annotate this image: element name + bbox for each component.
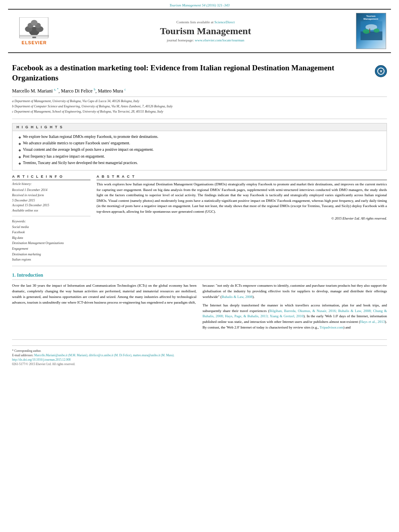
journal-header: ELSEVIER Contents lists available at Sci… xyxy=(8,9,391,53)
highlights-section: H I G H L I G H T S ◆ We explore how Ita… xyxy=(12,123,387,170)
crossmark-icon: ✕ xyxy=(377,68,385,75)
elsevier-tree-icon xyxy=(18,17,50,39)
top-citation: Tourism Management 54 (2016) 321–343 xyxy=(0,0,399,9)
issn-line: 0261-5177/© 2015 Elsevier Ltd. All right… xyxy=(12,362,387,366)
authors-line: Marcello M. Mariani a, *, Marco Di Felic… xyxy=(12,88,387,94)
homepage-link[interactable]: www.elsevier.com/locate/tourman xyxy=(195,38,244,42)
highlight-item-1: ◆ We explore how Italian regional DMOs e… xyxy=(19,134,380,140)
divider-2 xyxy=(12,266,387,266)
affiliation-b: b Department of Computer Science and Eng… xyxy=(12,104,387,109)
history-received: Received 1 December 2014 xyxy=(12,188,90,193)
keyword-3: Big data xyxy=(12,235,90,241)
footer-divider xyxy=(12,345,387,346)
svg-point-12 xyxy=(363,29,370,34)
intro-col2-para1: because: "not only do ICTs empower consu… xyxy=(203,283,387,300)
email-line: E-mail addresses: Marcello.Mariani@unibo… xyxy=(12,353,387,357)
history-online: Available online xxx xyxy=(12,208,90,214)
highlights-list: ◆ We explore how Italian regional DMOs e… xyxy=(12,131,387,170)
keyword-5: Engagement xyxy=(12,246,90,252)
article-info-col: A R T I C L E I N F O Article history: R… xyxy=(12,175,90,263)
keyword-1: Social media xyxy=(12,224,90,230)
affiliation-c: c Department of Management, School of En… xyxy=(12,109,387,115)
sciencedirect-link[interactable]: ScienceDirect xyxy=(214,20,234,24)
journal-cover-image: TourismManagement xyxy=(355,13,387,49)
page-footer: * Corresponding author. E-mail addresses… xyxy=(12,339,387,366)
keywords-section: Keywords: Social media Facebook Big data… xyxy=(12,219,90,263)
keyword-4: Destination Management Organizations xyxy=(12,240,90,246)
section-1-title: 1. Introduction xyxy=(12,272,387,280)
introduction-section: 1. Introduction Over the last 30 years t… xyxy=(12,272,387,334)
contents-line: Contents lists available at ScienceDirec… xyxy=(56,20,355,24)
elsevier-label: ELSEVIER xyxy=(22,40,47,45)
two-col-section: A R T I C L E I N F O Article history: R… xyxy=(12,175,387,263)
homepage-line: journal homepage: www.elsevier.com/locat… xyxy=(56,38,355,42)
highlight-item-2: ◆ We advance available metrics to captur… xyxy=(19,141,380,146)
keyword-6: Destination marketing xyxy=(12,252,90,257)
affiliation-a: a Department of Management, University o… xyxy=(12,99,387,104)
article-info-header: A R T I C L E I N F O xyxy=(12,175,90,180)
crossmark-badge: ✕ xyxy=(375,65,387,77)
journal-main-title: Tourism Management xyxy=(56,26,355,37)
history-accepted: Accepted 15 December 2015 xyxy=(12,203,90,208)
elsevier-logo: ELSEVIER xyxy=(12,17,56,45)
article-title-text: Facebook as a destination marketing tool… xyxy=(12,63,375,83)
highlight-item-4: ◆ Post frequency has a negative impact o… xyxy=(19,154,380,159)
journal-title-center: Contents lists available at ScienceDirec… xyxy=(56,20,355,42)
ref-hays-2013: Hays et al., 2013 xyxy=(360,320,385,324)
ref-buhalis-2008: Buhalis & Law, 2008 xyxy=(222,295,253,299)
bullet-icon-1: ◆ xyxy=(19,135,21,140)
history-label: Article history: xyxy=(12,182,90,187)
intro-col2-para2: The Internet has deeply transformed the … xyxy=(203,303,387,331)
cover-box: TourismManagement xyxy=(356,13,386,49)
history-revised-label: Received in revised form xyxy=(12,193,90,198)
page: Tourism Management 54 (2016) 321–343 ELS… xyxy=(0,0,399,532)
bullet-icon-2: ◆ xyxy=(19,142,21,146)
intro-two-col: Over the last 30 years the impact of Inf… xyxy=(12,283,387,334)
highlight-item-5: ◆ Trentino, Tuscany and Sicily have deve… xyxy=(19,160,380,166)
highlight-item-3: ◆ Visual content and the average length … xyxy=(19,147,380,152)
intro-col-2: because: "not only do ICTs empower consu… xyxy=(203,283,387,334)
abstract-col: A B S T R A C T This work explores how I… xyxy=(97,175,387,263)
ref-tripadvisor: Tripadvisor.com xyxy=(320,325,343,329)
email-addresses: Marcello.Mariani@unibo.it (M.M. Mariani)… xyxy=(34,353,175,357)
svg-rect-14 xyxy=(369,29,370,33)
keywords-label: Keywords: xyxy=(12,219,90,224)
doi-line[interactable]: http://dx.doi.org/10.1016/j.tourman.2015… xyxy=(12,358,387,362)
divider-1 xyxy=(12,119,387,119)
citation-text: Tourism Management 54 (2016) 321–343 xyxy=(169,3,230,7)
keyword-7: Italian regions xyxy=(12,257,90,263)
bullet-icon-3: ◆ xyxy=(19,148,21,152)
email-label: E-mail addresses: xyxy=(12,353,33,357)
article-history: Article history: Received 1 December 201… xyxy=(12,182,90,216)
svg-rect-7 xyxy=(19,35,49,37)
abstract-header: A B S T R A C T xyxy=(97,175,387,180)
abstract-text: This work explores how Italian regional … xyxy=(97,182,387,214)
intro-para-1: Over the last 30 years the impact of Inf… xyxy=(12,283,197,306)
corresponding-note: * Corresponding author. xyxy=(12,349,387,353)
cover-title: TourismManagement xyxy=(358,15,385,21)
bullet-icon-4: ◆ xyxy=(19,155,21,159)
copyright-line: © 2015 Elsevier Ltd. All rights reserved… xyxy=(97,216,387,220)
intro-col-1: Over the last 30 years the impact of Inf… xyxy=(12,283,197,334)
highlights-header: H I G H L I G H T S xyxy=(12,123,387,131)
keyword-2: Facebook xyxy=(12,230,90,235)
cover-landscape-icon xyxy=(356,21,386,47)
article-title-section: Facebook as a destination marketing tool… xyxy=(12,63,387,83)
affiliations: a Department of Management, University o… xyxy=(12,97,387,114)
svg-point-6 xyxy=(31,20,38,26)
history-revised-date: 5 December 2015 xyxy=(12,198,90,203)
article-content: Facebook as a destination marketing tool… xyxy=(0,53,399,372)
svg-point-13 xyxy=(373,29,379,33)
bullet-icon-5: ◆ xyxy=(19,161,21,166)
ref-bilgihan: Bilgihan, Barreda, Okumus, & Nusair, 201… xyxy=(203,309,387,318)
